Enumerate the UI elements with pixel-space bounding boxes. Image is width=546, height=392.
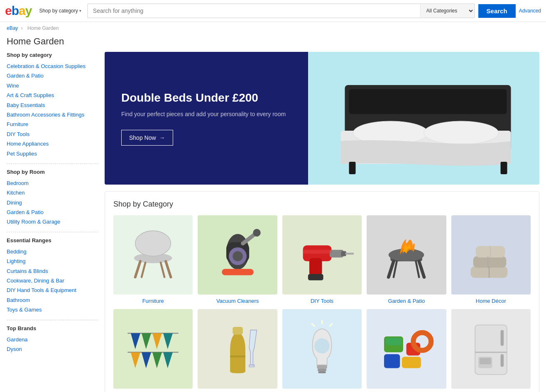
category-card-furniture[interactable]: Furniture bbox=[113, 215, 193, 304]
search-bar: All Categories bbox=[87, 3, 475, 18]
sidebar-link-garden-room[interactable]: Garden & Patio bbox=[7, 207, 98, 217]
svg-point-4 bbox=[424, 121, 499, 144]
category-card-vacuum[interactable]: Vacuum Cleaners bbox=[198, 215, 277, 304]
diy-tools-icon bbox=[290, 223, 354, 287]
category-card-diy[interactable]: DIY Tools bbox=[282, 215, 362, 304]
category-img-celebration bbox=[113, 309, 193, 388]
svg-rect-70 bbox=[500, 354, 504, 367]
category-img-vacuum bbox=[198, 215, 277, 295]
sidebar-section-title-top-brands: Top Brands bbox=[7, 325, 98, 331]
svg-line-28 bbox=[389, 261, 394, 277]
category-card-appliances[interactable]: Large Appliances bbox=[451, 309, 531, 392]
sidebar-link-dining[interactable]: Dining bbox=[7, 198, 98, 207]
sidebar-section-shop-by-room: Shop by Room Bedroom Kitchen Dining Gard… bbox=[7, 169, 98, 227]
sidebar-link-diy-tools[interactable]: DIY Tools bbox=[7, 129, 98, 139]
svg-marker-47 bbox=[131, 352, 140, 368]
category-img-furniture bbox=[113, 215, 193, 295]
chevron-down-icon: ▾ bbox=[79, 9, 81, 13]
sidebar-link-lighting[interactable]: Lighting bbox=[7, 256, 98, 266]
sidebar-link-garden-patio[interactable]: Garden & Patio bbox=[7, 71, 98, 80]
category-card-garden[interactable]: Garden & Patio bbox=[367, 215, 446, 304]
sidebar-link-bedroom[interactable]: Bedroom bbox=[7, 178, 98, 188]
sidebar-link-gardena[interactable]: Gardena bbox=[7, 335, 98, 344]
sidebar-link-bathroom[interactable]: Bathroom bbox=[7, 295, 98, 305]
vacuum-icon bbox=[206, 223, 269, 287]
ebay-logo[interactable]: ebay bbox=[5, 5, 32, 17]
category-img-homedecor bbox=[451, 215, 531, 295]
hero-banner: Double Beds Under £200 Find your perfect… bbox=[105, 52, 539, 185]
sidebar-section-shop-by-category: Shop by category Celebration & Occasion … bbox=[7, 52, 98, 158]
bed-illustration bbox=[308, 52, 539, 185]
garden-patio-icon bbox=[375, 223, 438, 287]
sidebar-section-essential-ranges: Essential Ranges Bedding Lighting Curtai… bbox=[7, 237, 98, 315]
breadcrumb-separator: › bbox=[21, 25, 24, 31]
breadcrumb-current: Home Garden bbox=[27, 25, 59, 31]
advanced-search-link[interactable]: Advanced bbox=[519, 8, 541, 14]
sidebar-link-curtains[interactable]: Curtains & Blinds bbox=[7, 266, 98, 276]
search-button-label: Search bbox=[487, 7, 507, 15]
hero-subtitle: Find your perfect pieces and add your pe… bbox=[121, 111, 291, 117]
sidebar-link-art-craft[interactable]: Art & Craft Supplies bbox=[7, 90, 98, 100]
search-button[interactable]: Search bbox=[478, 4, 516, 18]
sidebar-divider-3 bbox=[7, 320, 98, 320]
svg-rect-25 bbox=[308, 274, 323, 280]
search-input[interactable] bbox=[88, 4, 420, 17]
category-select[interactable]: All Categories bbox=[420, 4, 474, 17]
category-card-wine[interactable]: Wine & Bar bbox=[198, 309, 277, 392]
home-decor-icon bbox=[459, 223, 523, 287]
category-img-toys bbox=[367, 309, 446, 388]
svg-rect-5 bbox=[349, 162, 356, 174]
svg-line-11 bbox=[142, 263, 145, 277]
sidebar-link-cookware[interactable]: Cookware, Dining & Bar bbox=[7, 276, 98, 285]
advanced-label: Advanced bbox=[519, 8, 541, 14]
svg-rect-66 bbox=[386, 338, 402, 345]
sidebar-link-furniture[interactable]: Furniture bbox=[7, 119, 98, 129]
category-card-celebration[interactable]: Celebration & Occasion bbox=[113, 309, 193, 392]
sidebar-link-diy-hand-tools[interactable]: DIY Hand Tools & Equipment bbox=[7, 285, 98, 295]
svg-rect-72 bbox=[480, 358, 491, 364]
svg-line-10 bbox=[166, 261, 171, 277]
shop-category-section-title: Shop by Category bbox=[113, 200, 531, 209]
category-card-toys[interactable]: Toys & Games bbox=[367, 309, 446, 392]
sidebar-link-celebration[interactable]: Celebration & Occasion Supplies bbox=[7, 61, 98, 71]
sidebar-link-baby[interactable]: Baby Essentials bbox=[7, 100, 98, 110]
svg-line-9 bbox=[135, 261, 140, 277]
sidebar-link-kitchen[interactable]: Kitchen bbox=[7, 188, 98, 197]
sidebar-link-home-appliances[interactable]: Home Appliances bbox=[7, 139, 98, 149]
breadcrumb-ebay[interactable]: eBay bbox=[7, 25, 18, 31]
shop-category-section: Shop by Category bbox=[105, 191, 539, 392]
category-card-homedecor[interactable]: Home Décor bbox=[451, 215, 531, 304]
toys-icon bbox=[375, 317, 438, 381]
category-grid: Furniture bbox=[113, 215, 531, 392]
wine-icon bbox=[206, 317, 269, 381]
category-img-garden bbox=[367, 215, 446, 295]
svg-line-59 bbox=[330, 324, 332, 326]
logo-e: e bbox=[5, 5, 12, 17]
category-card-lighting[interactable]: Lighting bbox=[282, 309, 362, 392]
svg-rect-51 bbox=[233, 327, 243, 334]
svg-point-57 bbox=[314, 338, 330, 353]
header: ebay Shop by category ▾ All Categories S… bbox=[0, 0, 546, 22]
sidebar-link-dyson[interactable]: Dyson bbox=[7, 344, 98, 354]
logo-y: y bbox=[25, 5, 32, 17]
category-label-diy: DIY Tools bbox=[311, 298, 333, 304]
sidebar-section-top-brands: Top Brands Gardena Dyson bbox=[7, 325, 98, 354]
sidebar-link-bathroom-accessories[interactable]: Bathroom Accessories & Fittings bbox=[7, 110, 98, 119]
svg-rect-52 bbox=[230, 355, 245, 357]
svg-rect-56 bbox=[318, 371, 326, 373]
sidebar-link-wine[interactable]: Wine bbox=[7, 81, 98, 90]
sidebar-section-title-shop-by-category: Shop by category bbox=[7, 52, 98, 58]
sidebar-link-toys[interactable]: Toys & Games bbox=[7, 305, 98, 314]
shop-by-category-button[interactable]: Shop by category ▾ bbox=[37, 6, 83, 15]
category-img-wine bbox=[198, 309, 277, 388]
sidebar-link-pet-supplies[interactable]: Pet Supplies bbox=[7, 149, 98, 158]
svg-marker-43 bbox=[142, 333, 151, 349]
svg-point-19 bbox=[233, 251, 243, 262]
hero-shop-now-button[interactable]: Shop Now → bbox=[121, 130, 173, 146]
sidebar-link-bedding[interactable]: Bedding bbox=[7, 247, 98, 256]
sidebar-link-utility-room[interactable]: Utility Room & Garage bbox=[7, 217, 98, 226]
content-area: Double Beds Under £200 Find your perfect… bbox=[105, 52, 539, 392]
svg-marker-48 bbox=[142, 352, 151, 368]
sidebar-section-title-shop-by-room: Shop by Room bbox=[7, 169, 98, 175]
svg-marker-42 bbox=[131, 333, 140, 349]
